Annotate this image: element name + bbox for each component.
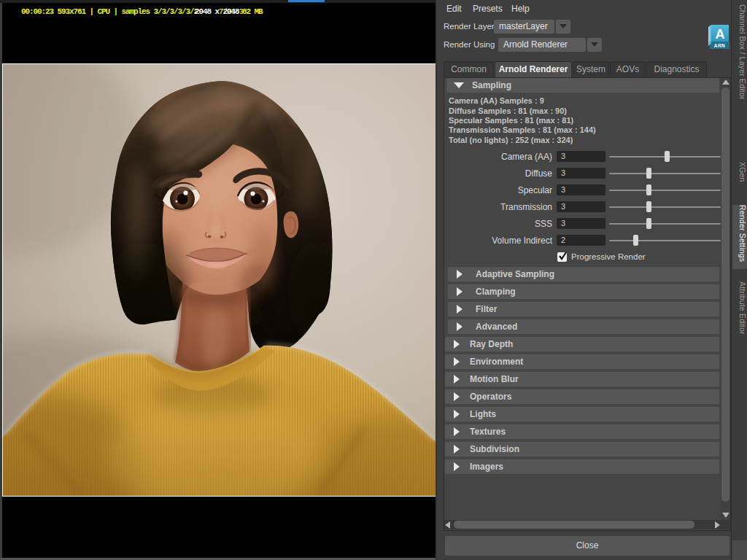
svg-text:A: A [716, 27, 725, 42]
svg-text:ARN: ARN [714, 43, 726, 48]
